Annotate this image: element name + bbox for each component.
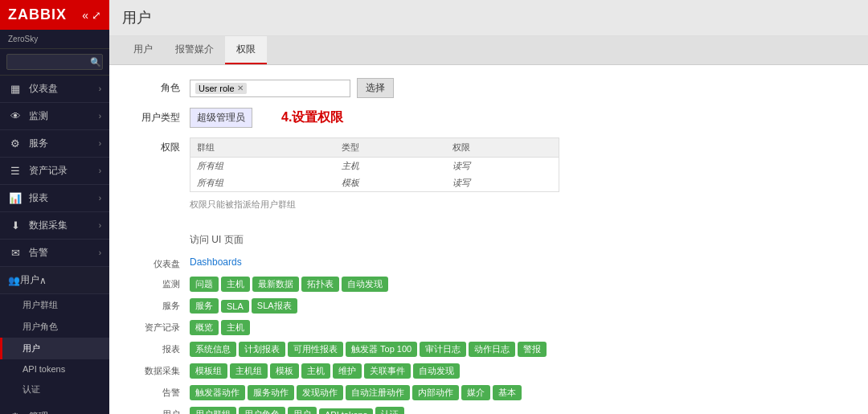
reports-chips: 系统信息 计划报表 可用性报表 触发器 Top 100 审计日志 动作日志 警报 xyxy=(190,342,547,357)
chip-audit: 审计日志 xyxy=(420,342,466,357)
chip-scheduled: 计划报表 xyxy=(239,342,285,357)
chip-autodiscover: 自动发现 xyxy=(342,277,388,292)
services-chips: 服务 SLA SLA报表 xyxy=(190,298,297,314)
sidebar-item-monitor[interactable]: 👁 监测 › xyxy=(0,103,109,130)
chip-user-roles: 用户角色 xyxy=(239,407,285,414)
chip-tpl-group: 模板组 xyxy=(190,363,227,379)
user-type-label: 用户类型 xyxy=(125,108,190,125)
users-chips: 用户群组 用户角色 用户 API tokens 认证 xyxy=(190,407,404,414)
chevron-icon: › xyxy=(99,166,101,175)
set-permission-label: 4.设置权限 xyxy=(281,109,343,126)
ui-access-title: 访问 UI 页面 xyxy=(190,234,244,245)
role-tag-text: User role xyxy=(199,84,235,93)
sidebar-item-dashboard[interactable]: ▦ 仪表盘 › xyxy=(0,76,109,103)
assets-label: 资产记录 xyxy=(125,320,190,334)
page-title: 用户 xyxy=(122,10,151,26)
chip-sysinfo: 系统信息 xyxy=(190,342,236,357)
search-input[interactable] xyxy=(6,54,103,70)
sidebar-item-auth[interactable]: 认证 xyxy=(0,379,109,400)
role-tag-close-icon[interactable]: ✕ xyxy=(237,84,244,92)
chip-host: 主机 xyxy=(221,277,250,292)
user-type-value-area: 超级管理员 4.设置权限 xyxy=(190,108,852,128)
chip-discover-action: 发现动作 xyxy=(297,385,343,400)
datacollect-icon: ⬇ xyxy=(8,219,23,232)
search-area[interactable]: 🔍 xyxy=(0,49,109,76)
sidebar-item-management[interactable]: ⚙ 管理 › xyxy=(0,404,109,414)
alerts-chips: 触发器动作 服务动作 发现动作 自动注册动作 内部动作 媒介 基本 xyxy=(190,385,522,400)
chip-api-tokens: API tokens xyxy=(319,408,373,415)
tab-media[interactable]: 报警媒介 xyxy=(164,36,225,64)
chip-media: 媒介 xyxy=(461,385,490,400)
permissions-row: 权限 群组 类型 权限 所有组 主机 读写 xyxy=(125,137,852,223)
dashboard-icon: ▦ xyxy=(8,83,23,95)
cell-type: 模板 xyxy=(335,174,446,192)
sidebar-item-label: 报表 xyxy=(29,191,99,205)
chip-basic: 基本 xyxy=(493,385,522,400)
chip-sla: SLA xyxy=(221,300,249,313)
sidebar-item-label: 仪表盘 xyxy=(29,82,99,96)
table-row: 所有组 主机 读写 xyxy=(190,158,559,175)
chip-sla-report: SLA报表 xyxy=(252,298,297,314)
role-field[interactable]: User role ✕ xyxy=(190,80,350,97)
reports-icon: 📊 xyxy=(8,192,23,204)
sidebar-item-assets[interactable]: ☰ 资产记录 › xyxy=(0,158,109,185)
logo-text: ZABBIX xyxy=(8,6,67,23)
sidebar-item-label: 监测 xyxy=(29,109,99,123)
sidebar-item-label: 数据采集 xyxy=(29,219,99,232)
chip-correlation: 关联事件 xyxy=(364,363,411,379)
sidebar-item-label: 资产记录 xyxy=(29,164,99,178)
datacollect-chips: 模板组 主机组 模板 主机 维护 关联事件 自动发现 xyxy=(190,363,460,379)
chevron-down-icon: ∧ xyxy=(39,275,47,286)
sidebar-item-users-list[interactable]: 用户 xyxy=(0,338,109,359)
chip-host3: 主机 xyxy=(301,363,330,379)
sidebar-item-reports[interactable]: 📊 报表 › xyxy=(0,185,109,212)
alerts-label: 告警 xyxy=(125,385,190,399)
chevron-icon: › xyxy=(99,221,101,230)
chevron-icon: › xyxy=(99,139,101,148)
sidebar-item-users[interactable]: 👥 用户 ∧ xyxy=(0,267,109,294)
sidebar-item-user-roles[interactable]: 用户角色 xyxy=(0,316,109,338)
sidebar-item-alerts[interactable]: ✉ 告警 › xyxy=(0,240,109,267)
chevron-icon: › xyxy=(99,248,101,257)
search-icon: 🔍 xyxy=(90,57,101,68)
col-perm: 权限 xyxy=(446,138,559,158)
chip-latest: 最新数据 xyxy=(252,277,299,292)
empty-label xyxy=(125,233,190,236)
user-type-row: 用户类型 超级管理员 4.设置权限 xyxy=(125,108,852,128)
sidebar-item-label: 服务 xyxy=(29,137,99,150)
user-type-field: 超级管理员 xyxy=(190,108,252,128)
chip-maint: 维护 xyxy=(333,363,362,379)
chip-host2: 主机 xyxy=(221,320,250,335)
services-label: 服务 xyxy=(125,298,190,312)
tab-bar: 用户 报警媒介 权限 xyxy=(109,36,868,65)
services-row: 服务 服务 SLA SLA报表 xyxy=(125,298,852,314)
sidebar-item-label: 管理 xyxy=(29,410,99,414)
role-row: 角色 User role ✕ 选择 xyxy=(125,78,852,98)
sidebar-item-api-tokens[interactable]: API tokens xyxy=(0,359,109,379)
cell-group: 所有组 xyxy=(190,158,335,175)
chip-host-group: 主机组 xyxy=(230,363,268,379)
chip-trigger-action: 触发器动作 xyxy=(190,385,245,400)
tab-user[interactable]: 用户 xyxy=(122,36,164,64)
cell-perm: 读写 xyxy=(446,158,559,175)
collapse-icon[interactable]: « xyxy=(82,9,88,22)
page-header: 用户 xyxy=(109,0,868,36)
chip-service: 服务 xyxy=(190,298,219,314)
monitoring-row: 监测 问题 主机 最新数据 拓扑表 自动发现 xyxy=(125,277,852,292)
sidebar-item-datacollect[interactable]: ⬇ 数据采集 › xyxy=(0,212,109,240)
sidebar: ZABBIX « ⤢ ZeroSky 🔍 ▦ 仪表盘 › 👁 监测 › ⚙ 服务… xyxy=(0,0,109,414)
chip-users: 用户 xyxy=(288,407,317,414)
user-info: ZeroSky xyxy=(0,30,109,49)
chevron-icon: › xyxy=(99,194,101,203)
expand-icon[interactable]: ⤢ xyxy=(92,9,101,22)
role-value: User role ✕ 选择 xyxy=(190,78,852,98)
role-tag: User role ✕ xyxy=(195,83,247,94)
dashboards-value: Dashboards xyxy=(190,256,242,268)
services-icon: ⚙ xyxy=(8,137,23,150)
sidebar-item-services[interactable]: ⚙ 服务 › xyxy=(0,130,109,158)
tab-permissions[interactable]: 权限 xyxy=(225,36,267,64)
permissions-note: 权限只能被指派给用户群组 xyxy=(190,199,852,211)
select-button[interactable]: 选择 xyxy=(357,78,394,98)
cell-type: 主机 xyxy=(335,158,446,175)
sidebar-item-user-groups[interactable]: 用户群组 xyxy=(0,294,109,316)
